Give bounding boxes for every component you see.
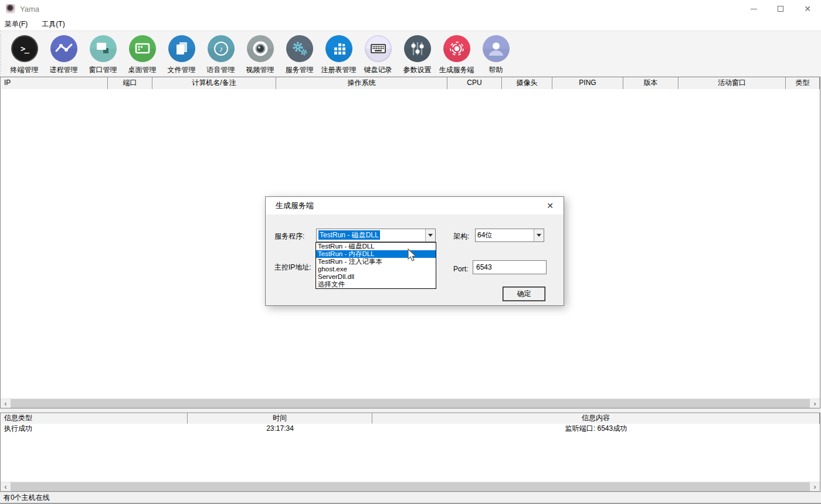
log-cell-content: 监听端口: 6543成功 [372,424,820,434]
chevron-left-icon[interactable]: ‹ [1,482,11,491]
service-program-label: 服务程序: [274,231,304,241]
toolbar-item-desktop[interactable]: 桌面管理 [123,35,162,76]
status-bar: 有0个主机在线 [0,492,821,504]
toolbar-item-registry[interactable]: 注册表管理 [319,35,358,76]
window-icon [90,35,117,62]
dialog-title-bar: 生成服务端 ✕ [266,197,564,214]
toolbar-label: 语音管理 [207,65,235,75]
dropdown-item[interactable]: TestRun - 注入记事本 [316,258,436,265]
arch-label: 架构: [453,231,469,241]
menu-item-main[interactable]: 菜单(F) [5,18,33,31]
toolbar-item-audio[interactable]: ♪ 语音管理 [201,35,240,76]
toolbar-item-help[interactable]: 帮助 [476,35,515,76]
status-text: 有0个主机在线 [4,493,50,502]
toolbar-item-window[interactable]: 窗口管理 [83,35,123,76]
dropdown-item-selected[interactable]: TestRun - 内存DLL [316,250,436,258]
service-program-combobox[interactable]: TestRun - 磁盘DLL [316,229,436,242]
user-icon [483,35,510,62]
toolbar-label: 视频管理 [246,65,274,75]
camera-icon [247,35,274,62]
gears-icon [286,35,313,62]
port-input[interactable] [473,260,547,274]
close-button[interactable]: ✕ [794,0,821,18]
menu-bar: 菜单(F) 工具(T) [0,18,821,30]
combobox-dropdown-button[interactable] [534,229,544,241]
chevron-down-icon [537,234,541,237]
host-list-hscrollbar[interactable]: ‹ › [1,399,820,408]
dropdown-item[interactable]: 选择文件 [316,281,436,288]
dropdown-item[interactable]: ServerDll.dll [316,273,436,281]
toolbar-item-video[interactable]: 视频管理 [240,35,280,76]
svg-text:♪: ♪ [219,45,223,53]
minimize-button[interactable] [740,0,767,18]
file-icon [168,35,195,62]
dropdown-item[interactable]: ghost.exe [316,265,436,273]
ok-button-label: 确定 [517,289,531,299]
chevron-left-icon[interactable]: ‹ [1,399,11,408]
scrollbar-thumb[interactable] [11,399,810,408]
chevron-down-icon [428,234,433,237]
minimize-icon [751,9,757,9]
selected-text: TestRun - 磁盘DLL [318,230,380,240]
dialog-title: 生成服务端 [276,200,314,211]
toolbar-item-settings[interactable]: 参数设置 [398,35,437,76]
toolbar-item-services[interactable]: 服务管理 [280,35,319,76]
scrollbar-thumb[interactable] [11,482,810,491]
dropdown-item[interactable]: TestRun - 磁盘DLL [316,243,436,250]
column-header-active-window[interactable]: 活动窗口 [678,77,786,89]
maximize-icon [778,6,783,12]
arch-combobox[interactable]: 64位 [475,229,544,242]
toolbar-label: 窗口管理 [89,65,117,75]
title-bar: Yama ✕ [0,0,821,18]
toolbar-item-terminal[interactable]: >_ 终端管理 [5,35,44,76]
column-header-cpu[interactable]: CPU [447,77,502,89]
desktop-icon [129,35,156,62]
terminal-icon: >_ [11,35,38,62]
toolbar-label: 文件管理 [168,65,196,75]
toolbar-label: 终端管理 [11,65,39,75]
close-icon: ✕ [547,201,554,210]
toolbar-item-files[interactable]: 文件管理 [162,35,201,76]
ok-button[interactable]: 确定 [503,287,545,301]
activity-icon [50,35,77,62]
master-ip-label: 主控IP地址: [274,263,311,273]
column-header-camera[interactable]: 摄像头 [502,77,552,89]
combobox-dropdown-button[interactable] [425,229,435,241]
column-header-port[interactable]: 端口 [108,77,152,89]
dialog-close-button[interactable]: ✕ [540,197,560,214]
log-row[interactable]: 执行成功 23:17:34 监听端口: 6543成功 [1,424,820,434]
toolbar-item-process[interactable]: 进程管理 [44,35,83,76]
menu-item-tools[interactable]: 工具(T) [42,18,70,31]
combobox-value: 64位 [476,230,534,241]
target-icon [443,35,470,62]
toolbar-label: 生成服务端 [439,65,474,75]
toolbar-label: 进程管理 [50,65,78,75]
log-cell-time: 23:17:34 [188,424,372,434]
toolbar-item-keylogger[interactable]: 键盘记录 [358,35,398,76]
log-list-hscrollbar[interactable]: ‹ › [1,482,820,491]
column-header-msg-type[interactable]: 信息类型 [1,413,188,424]
combobox-value: TestRun - 磁盘DLL [317,230,425,241]
toolbar-label: 帮助 [489,65,503,75]
column-header-ip[interactable]: IP [1,77,108,89]
toolbar-label: 服务管理 [286,65,314,75]
column-header-type[interactable]: 类型 [786,77,820,89]
column-header-time[interactable]: 时间 [188,413,372,424]
sliders-icon [404,35,431,62]
column-header-msg-content[interactable]: 信息内容 [372,413,820,424]
registry-icon [325,35,352,62]
column-header-version[interactable]: 版本 [623,77,678,89]
chevron-right-icon[interactable]: › [810,482,820,491]
column-header-computer[interactable]: 计算机名/备注 [152,77,276,89]
toolbar: >_ 终端管理 进程管理 窗口管理 桌面管理 [0,30,821,77]
column-header-os[interactable]: 操作系统 [276,77,447,89]
column-header-ping[interactable]: PING [552,77,623,89]
port-label: Port: [453,265,468,273]
toolbar-item-build-server[interactable]: 生成服务端 [437,35,476,76]
chevron-right-icon[interactable]: › [810,399,820,408]
toolbar-label: 键盘记录 [364,65,392,75]
toolbar-label: 参数设置 [403,65,432,75]
audio-icon: ♪ [208,35,235,62]
maximize-button[interactable] [767,0,794,18]
app-icon [6,4,15,13]
